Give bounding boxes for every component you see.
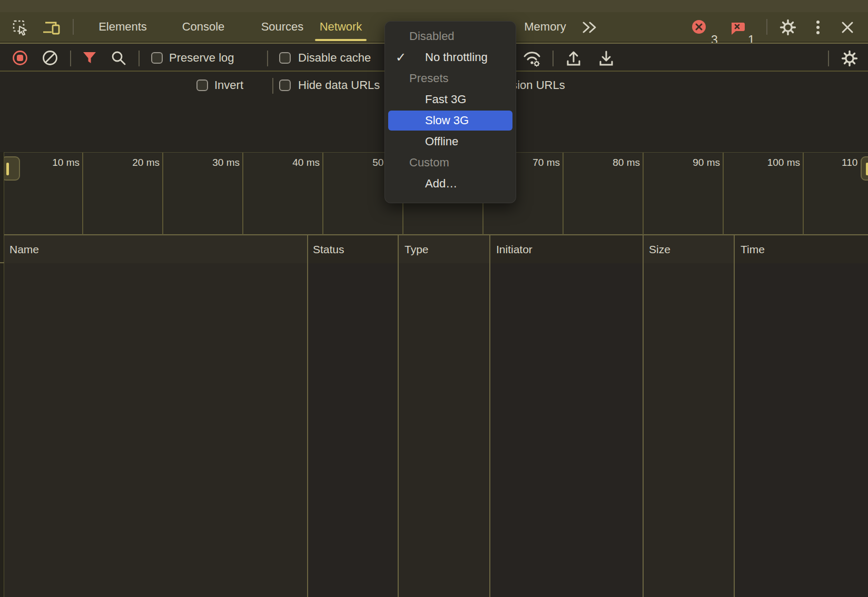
throttling-menu: Disabled ✓ No throttling Presets Fast 3G… [384, 21, 516, 203]
ruler-gridline [242, 153, 243, 235]
hide-data-urls-checkbox[interactable] [279, 79, 291, 91]
browser-top-band [0, 0, 868, 13]
disable-cache-label: Disable cache [298, 51, 371, 65]
network-settings-gear-icon[interactable] [841, 49, 859, 67]
header-cell-initiator[interactable]: Initiator [490, 235, 644, 263]
toolbar-divider-3 [267, 51, 268, 66]
ruler-gridline [563, 153, 564, 235]
invert-label: Invert [214, 78, 243, 92]
toolbar-divider-5 [828, 51, 829, 66]
ruler-gridline [162, 153, 163, 235]
more-tabs-icon[interactable] [581, 21, 601, 34]
toolbar-divider-2 [139, 51, 140, 66]
menu-section-presets: Presets [385, 68, 516, 89]
import-har-icon[interactable] [565, 50, 583, 67]
checkmark-icon: ✓ [396, 47, 406, 68]
preserve-log-checkbox[interactable] [151, 52, 163, 64]
settings-gear-icon[interactable] [779, 18, 797, 36]
header-cell-name[interactable]: Name [4, 235, 308, 263]
tab-elements[interactable]: Elements [98, 12, 147, 42]
issues-count-icon[interactable] [729, 21, 745, 36]
kebab-menu-icon[interactable] [814, 19, 822, 36]
tab-bar-divider [73, 19, 74, 35]
disable-cache-checkbox[interactable] [279, 52, 291, 64]
invert-checkbox[interactable] [196, 79, 208, 91]
menu-section-custom: Custom [385, 152, 516, 173]
menu-section-disabled: Disabled [385, 26, 516, 47]
devtools-window: Elements Console Sources Network Memory … [0, 0, 868, 597]
tab-memory[interactable]: Memory [524, 12, 566, 42]
ruler-gridline [643, 153, 644, 235]
record-network-log-icon[interactable] [12, 50, 28, 66]
tab-console[interactable]: Console [182, 12, 225, 42]
filter-bar-divider [272, 78, 273, 94]
body-column-type [399, 263, 490, 597]
header-cell-status[interactable]: Status [308, 235, 399, 263]
ruler-label: 40 ms [292, 157, 320, 168]
ruler-label: 10 ms [52, 157, 80, 168]
export-har-icon[interactable] [597, 50, 615, 67]
preserve-log-label: Preserve log [169, 51, 234, 65]
menu-item-offline[interactable]: Offline [385, 131, 516, 152]
menu-item-fast-3g[interactable]: Fast 3G [385, 89, 516, 110]
close-devtools-icon[interactable] [840, 20, 855, 35]
header-cell-type[interactable]: Type [399, 235, 490, 263]
clear-network-log-icon[interactable] [42, 50, 58, 66]
tab-bar-divider-right [766, 19, 767, 35]
tab-network-selected[interactable]: Network [320, 12, 362, 42]
body-column-status [308, 263, 399, 597]
ruler-gridline [723, 153, 724, 235]
filter-funnel-icon[interactable] [82, 51, 97, 66]
toolbar-divider-1 [70, 51, 71, 66]
body-column-time [735, 263, 868, 597]
ruler-label: 80 ms [613, 157, 640, 168]
ruler-gridline [322, 153, 323, 235]
header-cell-time[interactable]: Time [735, 235, 868, 263]
requests-table-header: Name Status Type Initiator Size Time [0, 235, 868, 263]
ruler-label: 30 ms [212, 157, 240, 168]
ruler-label: 100 ms [767, 157, 800, 168]
ruler-label: 90 ms [693, 157, 720, 168]
hide-data-urls-label: Hide data URLs [298, 78, 380, 92]
menu-item-no-throttling[interactable]: ✓ No throttling [385, 47, 516, 68]
tab-network-underline [315, 39, 367, 41]
ruler-gridline [803, 153, 804, 235]
ruler-label: 70 ms [532, 157, 560, 168]
search-icon[interactable] [111, 50, 126, 66]
error-count-icon[interactable] [692, 19, 706, 34]
menu-item-slow-3g[interactable]: Slow 3G [385, 110, 516, 131]
body-column-initiator [490, 263, 644, 597]
tab-sources[interactable]: Sources [261, 12, 304, 42]
header-cell-size[interactable]: Size [644, 235, 735, 263]
overview-right-grip[interactable] [861, 156, 868, 181]
requests-table-body[interactable] [0, 263, 868, 597]
menu-item-add[interactable]: Add… [385, 173, 516, 194]
device-toolbar-icon[interactable] [42, 20, 61, 36]
network-conditions-icon[interactable] [522, 50, 544, 67]
toolbar-divider-4 [553, 51, 554, 66]
ruler-label: 20 ms [132, 157, 160, 168]
inspect-element-icon[interactable] [12, 19, 29, 36]
ruler-gridline [82, 153, 83, 235]
body-column-name [4, 263, 308, 597]
body-column-size [644, 263, 735, 597]
